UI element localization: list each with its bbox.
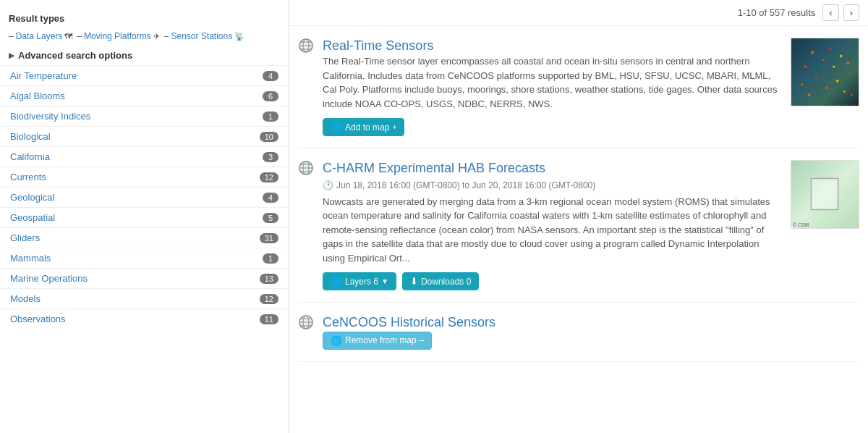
filter-item-observations[interactable]: Observations 11 bbox=[0, 308, 289, 329]
filter-badge-gliders: 31 bbox=[260, 233, 278, 243]
svg-point-19 bbox=[808, 93, 811, 96]
filter-badge-models: 12 bbox=[260, 294, 278, 304]
layers-button[interactable]: 🌐 Layers 6 ▼ bbox=[323, 272, 396, 290]
dash-icon-3: – bbox=[164, 31, 169, 41]
filter-link-air-temperature[interactable]: Air Temperature bbox=[10, 70, 77, 81]
svg-point-12 bbox=[833, 66, 835, 68]
caret-icon: ▼ bbox=[381, 277, 388, 285]
filter-list: Air Temperature 4 Algal Blooms 6 Biodive… bbox=[0, 65, 289, 329]
svg-point-7 bbox=[811, 51, 814, 54]
result-desc-c-harm: Nowcasts are generated by merging data f… bbox=[323, 195, 782, 266]
filter-badge-marine-operations: 13 bbox=[260, 274, 278, 284]
dash-icon: – bbox=[9, 31, 14, 41]
result-desc-real-time-sensors: The Real-Time sensor layer encompasses a… bbox=[323, 54, 782, 111]
result-card-body-c-harm: C-HARM Experimental HAB Forecasts🕐 Jun 1… bbox=[323, 160, 782, 290]
result-type-moving-platforms-link[interactable]: Moving Platforms bbox=[84, 31, 151, 41]
filter-item-gliders[interactable]: Gliders 31 bbox=[0, 227, 289, 248]
advanced-search-toggle[interactable]: ▶ Advanced search options bbox=[0, 46, 289, 65]
filter-item-marine-operations[interactable]: Marine Operations 13 bbox=[0, 268, 289, 288]
filter-badge-mammals: 1 bbox=[263, 253, 278, 264]
pagination-next-button[interactable]: › bbox=[843, 4, 859, 21]
result-title-c-harm[interactable]: C-HARM Experimental HAB Forecasts bbox=[323, 161, 545, 175]
filter-item-algal-blooms[interactable]: Algal Blooms 6 bbox=[0, 85, 289, 106]
filter-link-biodiversity-indices[interactable]: Biodiversity Indices bbox=[10, 111, 90, 122]
filter-item-biodiversity-indices[interactable]: Biodiversity Indices 1 bbox=[0, 106, 289, 126]
svg-point-17 bbox=[825, 87, 828, 90]
main-content: 1-10 of 557 results ‹ › Real-Time Sensor… bbox=[289, 0, 868, 433]
filter-badge-california: 3 bbox=[263, 152, 278, 162]
result-types-heading: Result types bbox=[0, 7, 289, 28]
result-thumb-real-time-sensors bbox=[791, 38, 859, 106]
add-to-map-button[interactable]: 🌐 Add to map + bbox=[323, 118, 404, 136]
filter-badge-geological: 4 bbox=[263, 193, 278, 203]
svg-point-8 bbox=[829, 48, 831, 50]
downloads-button[interactable]: ⬇ Downloads 0 bbox=[402, 272, 479, 290]
filter-item-currents[interactable]: Currents 12 bbox=[0, 167, 289, 187]
svg-text:© CSM: © CSM bbox=[793, 222, 809, 227]
filter-link-gliders[interactable]: Gliders bbox=[10, 232, 40, 243]
globe-add-icon: 🌐 bbox=[331, 122, 342, 133]
filter-item-biological[interactable]: Biological 10 bbox=[0, 126, 289, 146]
pagination-bar: 1-10 of 557 results ‹ › bbox=[289, 0, 868, 26]
result-card-body-real-time-sensors: Real-Time SensorsThe Real-Time sensor la… bbox=[323, 38, 782, 136]
moving-platforms-icon: ✈ bbox=[153, 32, 160, 41]
filter-item-geospatial[interactable]: Geospatial 5 bbox=[0, 207, 289, 227]
result-type-sensor-stations[interactable]: – Sensor Stations 📡 bbox=[164, 31, 244, 41]
result-title-real-time-sensors[interactable]: Real-Time Sensors bbox=[323, 38, 433, 53]
filter-link-biological[interactable]: Biological bbox=[10, 131, 51, 142]
svg-point-10 bbox=[822, 59, 825, 61]
result-type-moving-platforms[interactable]: – Moving Platforms ✈ bbox=[77, 31, 159, 41]
filter-item-models[interactable]: Models 12 bbox=[0, 288, 289, 308]
result-card-body-cencoos-historical: CeNCOOS Historical Sensors🌐 Remove from … bbox=[323, 314, 859, 349]
filter-link-models[interactable]: Models bbox=[10, 293, 41, 304]
filter-link-geospatial[interactable]: Geospatial bbox=[10, 212, 55, 223]
globe-icon bbox=[298, 160, 314, 290]
svg-point-13 bbox=[846, 62, 849, 64]
filter-item-air-temperature[interactable]: Air Temperature 4 bbox=[0, 65, 289, 85]
result-card-cencoos-historical: CeNCOOS Historical Sensors🌐 Remove from … bbox=[298, 303, 859, 361]
filter-link-observations[interactable]: Observations bbox=[10, 314, 66, 324]
minus-icon: – bbox=[420, 335, 425, 345]
result-actions-real-time-sensors: 🌐 Add to map + bbox=[323, 118, 782, 136]
pagination-prev-button[interactable]: ‹ bbox=[822, 4, 838, 21]
filter-link-algal-blooms[interactable]: Algal Blooms bbox=[10, 91, 65, 101]
svg-point-16 bbox=[801, 83, 803, 85]
filter-link-marine-operations[interactable]: Marine Operations bbox=[10, 273, 88, 284]
layers-icon: 🌐 bbox=[331, 276, 342, 287]
result-type-data-layers[interactable]: – Data Layers 🗺 bbox=[9, 31, 72, 41]
svg-point-11 bbox=[804, 65, 807, 68]
plus-icon: + bbox=[392, 123, 396, 131]
svg-point-9 bbox=[840, 55, 843, 58]
filter-badge-biodiversity-indices: 1 bbox=[263, 112, 278, 122]
triangle-icon: ▶ bbox=[9, 51, 14, 59]
filter-link-mammals[interactable]: Mammals bbox=[10, 253, 51, 264]
svg-point-20 bbox=[851, 94, 853, 96]
filter-item-geological[interactable]: Geological 4 bbox=[0, 187, 289, 207]
filter-item-mammals[interactable]: Mammals 1 bbox=[0, 248, 289, 268]
result-card-real-time-sensors: Real-Time SensorsThe Real-Time sensor la… bbox=[298, 26, 859, 148]
result-card-c-harm: C-HARM Experimental HAB Forecasts🕐 Jun 1… bbox=[298, 148, 859, 303]
svg-point-18 bbox=[843, 91, 846, 93]
result-title-cencoos-historical[interactable]: CeNCOOS Historical Sensors bbox=[323, 315, 495, 329]
filter-link-currents[interactable]: Currents bbox=[10, 172, 46, 182]
filter-badge-observations: 11 bbox=[260, 314, 278, 324]
clock-icon: 🕐 bbox=[323, 180, 333, 190]
filter-item-california[interactable]: California 3 bbox=[0, 146, 289, 167]
filter-badge-biological: 10 bbox=[260, 132, 278, 142]
results-list: Real-Time SensorsThe Real-Time sensor la… bbox=[289, 26, 868, 362]
filter-link-california[interactable]: California bbox=[10, 151, 50, 162]
result-thumb-c-harm: © CSM bbox=[791, 160, 859, 229]
globe-icon bbox=[298, 314, 314, 349]
filter-badge-currents: 12 bbox=[260, 172, 278, 182]
svg-point-14 bbox=[815, 76, 817, 78]
svg-rect-27 bbox=[811, 179, 838, 210]
filter-link-geological[interactable]: Geological bbox=[10, 192, 54, 203]
svg-point-15 bbox=[836, 80, 839, 83]
result-type-sensor-stations-link[interactable]: Sensor Stations bbox=[171, 31, 232, 41]
dash-icon-2: – bbox=[77, 31, 82, 41]
result-actions-cencoos-historical: 🌐 Remove from map – bbox=[323, 332, 859, 350]
sidebar: Result types – Data Layers 🗺 – Moving Pl… bbox=[0, 0, 289, 433]
result-type-data-layers-link[interactable]: Data Layers bbox=[16, 31, 63, 41]
remove-from-map-button[interactable]: 🌐 Remove from map – bbox=[323, 332, 432, 350]
advanced-toggle-label: Advanced search options bbox=[18, 50, 132, 61]
